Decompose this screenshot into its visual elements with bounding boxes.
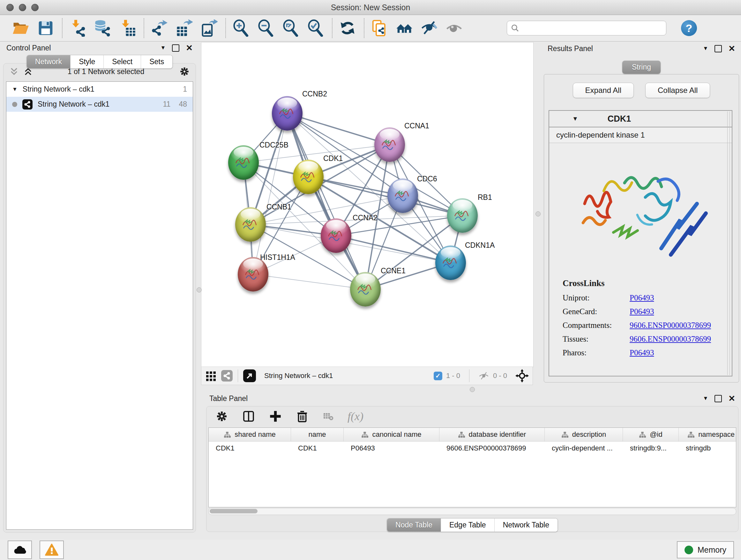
network-edge[interactable]: [287, 113, 390, 145]
close-window-button[interactable]: [6, 4, 14, 11]
network-node-rb1[interactable]: [447, 198, 478, 233]
column-header--id[interactable]: @id: [623, 428, 679, 441]
table-cell[interactable]: stringdb:9...: [623, 442, 679, 455]
zoom-fit-button[interactable]: [281, 18, 300, 38]
network-node-ccnb1[interactable]: [235, 207, 266, 242]
tab-sets[interactable]: Sets: [141, 55, 172, 68]
tab-style[interactable]: Style: [71, 55, 104, 68]
zoom-window-button[interactable]: [31, 4, 39, 11]
tab-string[interactable]: String: [622, 61, 661, 74]
window-controls[interactable]: [6, 4, 39, 11]
pan-crosshair-icon[interactable]: [515, 369, 529, 382]
gene-card-header[interactable]: ▼ CDK1: [549, 111, 732, 127]
close-panel-icon[interactable]: ✕: [728, 44, 735, 53]
tab-network-table[interactable]: Network Table: [495, 518, 557, 532]
network-canvas[interactable]: CCNB2CCNA1CDC25BCDK1CDC6RB1CCNB1CCNA2CDK…: [201, 42, 534, 367]
network-edge[interactable]: [287, 113, 365, 289]
export-network-button[interactable]: [149, 18, 169, 38]
apply-layout-button[interactable]: [338, 18, 357, 38]
crosslink-link[interactable]: 9606.ENSP00000378699: [630, 334, 711, 344]
column-header-database-identifier[interactable]: database identifier: [440, 428, 545, 441]
right-splitter-handle[interactable]: [536, 211, 541, 216]
table-settings-gear-icon[interactable]: [215, 410, 228, 423]
network-node-cdc6[interactable]: [387, 179, 418, 213]
column-header-canonical-name[interactable]: canonical name: [344, 428, 440, 441]
collapse-triangle-icon[interactable]: ▼: [572, 115, 578, 122]
export-table-button[interactable]: [174, 18, 194, 38]
tab-node-table[interactable]: Node Table: [387, 518, 441, 532]
node-table[interactable]: shared namenamecanonical namedatabase id…: [208, 428, 736, 507]
float-panel-icon[interactable]: [715, 45, 722, 52]
show-all-button[interactable]: [444, 18, 464, 38]
collapse-all-button[interactable]: Collapse All: [645, 83, 710, 98]
memory-button[interactable]: Memory: [677, 541, 734, 558]
network-collection-row[interactable]: ▼ String Network – cdk1 1: [6, 82, 193, 97]
column-header-name[interactable]: name: [291, 428, 344, 441]
left-splitter-handle[interactable]: [197, 287, 202, 293]
bottom-splitter-handle[interactable]: [470, 387, 475, 392]
hide-selected-button[interactable]: [419, 18, 439, 38]
detach-view-icon[interactable]: [243, 369, 256, 382]
network-node-ccne1[interactable]: [350, 272, 381, 307]
crosslink-link[interactable]: P06493: [630, 307, 654, 316]
network-edge[interactable]: [253, 274, 365, 289]
network-share-icon[interactable]: [221, 370, 232, 381]
network-node-ccna2[interactable]: [321, 219, 351, 253]
tab-select[interactable]: Select: [104, 55, 141, 68]
float-panel-icon[interactable]: [172, 44, 179, 52]
show-columns-icon[interactable]: [242, 410, 255, 423]
first-neighbors-button[interactable]: [394, 18, 414, 38]
table-cell[interactable]: stringdb: [679, 442, 736, 455]
delete-column-trash-icon[interactable]: [296, 410, 309, 423]
network-edge[interactable]: [253, 113, 287, 274]
birds-eye-grid-icon[interactable]: [205, 370, 217, 381]
network-row-selected[interactable]: String Network – cdk1 11 48: [6, 97, 193, 112]
table-horizontal-scrollbar[interactable]: [208, 508, 736, 515]
crosslink-link[interactable]: 9606.ENSP00000378699: [630, 321, 711, 330]
close-panel-icon[interactable]: ✕: [186, 44, 193, 52]
clone-network-button[interactable]: [369, 18, 389, 38]
close-panel-icon[interactable]: ✕: [728, 394, 735, 402]
network-edge[interactable]: [336, 236, 451, 263]
table-row[interactable]: CDK1CDK1P064939606.ENSP00000378699cyclin…: [209, 442, 736, 455]
column-header-shared-name[interactable]: shared name: [209, 428, 291, 441]
table-cell[interactable]: P06493: [344, 442, 440, 455]
export-image-button[interactable]: [199, 18, 219, 38]
column-header-description[interactable]: description: [545, 428, 623, 441]
import-network-database-button[interactable]: [92, 18, 112, 38]
network-edge[interactable]: [308, 177, 462, 215]
crosslink-link[interactable]: P06493: [630, 294, 654, 302]
tab-edge-table[interactable]: Edge Table: [441, 518, 495, 532]
zoom-in-button[interactable]: [231, 18, 251, 38]
float-panel-icon[interactable]: [715, 395, 722, 402]
network-node-hist1h1a[interactable]: [238, 257, 268, 292]
open-session-button[interactable]: [11, 18, 30, 38]
zoom-selected-button[interactable]: [306, 18, 326, 38]
network-node-cdk1[interactable]: [293, 160, 324, 194]
panel-menu-icon[interactable]: ▼: [160, 45, 165, 51]
save-session-button[interactable]: [36, 18, 56, 38]
collapse-triangle-icon[interactable]: ▼: [12, 86, 17, 92]
results-scrollbar[interactable]: [727, 111, 730, 375]
panel-menu-icon[interactable]: ▼: [703, 45, 708, 52]
zoom-out-button[interactable]: [256, 18, 276, 38]
network-node-ccna1[interactable]: [374, 127, 405, 162]
import-network-file-button[interactable]: [68, 18, 87, 38]
network-node-ccnb2[interactable]: [272, 96, 302, 131]
column-header-namespace[interactable]: namespace: [679, 428, 736, 441]
panel-menu-icon[interactable]: ▼: [703, 395, 708, 401]
network-node-cdc25b[interactable]: [228, 145, 259, 180]
selected-checkbox-icon[interactable]: ✓: [434, 372, 442, 380]
expand-all-button[interactable]: Expand All: [573, 83, 634, 98]
warnings-button[interactable]: [40, 541, 64, 559]
network-node-cdkn1a[interactable]: [435, 246, 466, 280]
table-cell[interactable]: 9606.ENSP00000378699: [440, 442, 545, 455]
toolbar-search[interactable]: [507, 21, 666, 36]
minimize-window-button[interactable]: [19, 4, 26, 11]
cloud-button[interactable]: [8, 541, 32, 559]
table-cell[interactable]: cyclin-dependent ...: [545, 442, 623, 455]
help-button[interactable]: ?: [681, 20, 697, 36]
search-input[interactable]: [522, 23, 662, 33]
tab-network[interactable]: Network: [27, 55, 71, 68]
scrollbar-thumb[interactable]: [210, 509, 258, 513]
